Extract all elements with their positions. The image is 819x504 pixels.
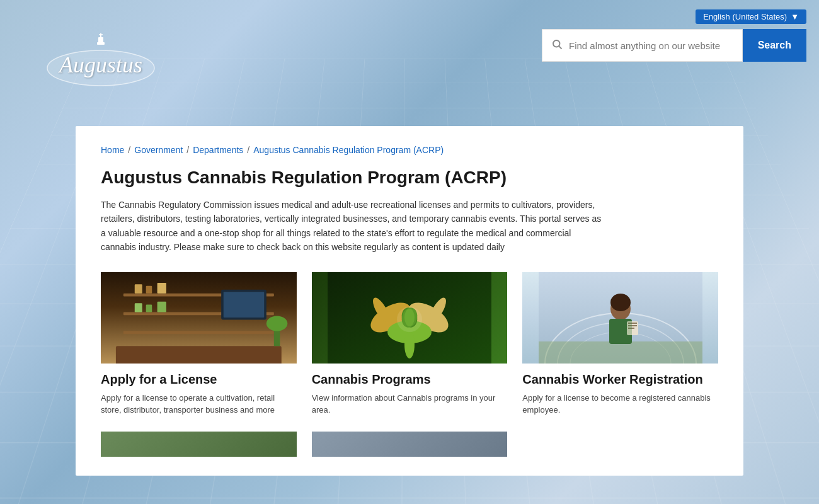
- svg-text:Augustus: Augustus: [58, 52, 142, 77]
- svg-rect-13: [146, 285, 152, 293]
- svg-rect-38: [539, 341, 702, 364]
- chevron-down-icon: ▼: [791, 12, 799, 21]
- card-worker-text: Apply for a license to become a register…: [522, 392, 718, 416]
- card-programs-text: View information about Cannabis programs…: [312, 392, 508, 416]
- card-license-title: Apply for a License: [101, 372, 297, 387]
- language-label: English (United States): [703, 12, 787, 21]
- svg-point-6: [553, 40, 560, 47]
- card-programs: Cannabis Programs View information about…: [312, 272, 508, 416]
- svg-line-7: [559, 46, 561, 49]
- cards-grid: Apply for a License Apply for a license …: [101, 272, 718, 416]
- svg-rect-1: [97, 42, 105, 45]
- breadcrumb: Home / Government / Departments / August…: [101, 145, 718, 155]
- search-bar: Search: [542, 29, 806, 62]
- header: Augustus English (United States) ▼ Searc…: [0, 0, 819, 126]
- search-button[interactable]: Search: [743, 29, 806, 62]
- svg-rect-16: [146, 304, 152, 312]
- svg-rect-46: [609, 319, 632, 344]
- breadcrumb-sep-3: /: [247, 145, 249, 155]
- breadcrumb-home[interactable]: Home: [101, 145, 124, 155]
- search-input-wrap: [542, 29, 743, 62]
- card-bottom-1-image: [101, 432, 297, 457]
- svg-point-29: [404, 331, 415, 358]
- breadcrumb-government[interactable]: Government: [134, 145, 183, 155]
- svg-rect-15: [135, 303, 142, 312]
- top-right-area: English (United States) ▼ Search: [542, 9, 806, 62]
- card-worker: Cannabis Worker Registration Apply for a…: [522, 272, 718, 416]
- search-icon: [551, 38, 563, 53]
- card-license-image: [101, 272, 297, 364]
- main-content-card: Home / Government / Departments / August…: [76, 126, 743, 476]
- card-license-text: Apply for a license to operate a cultiva…: [101, 392, 297, 416]
- svg-rect-14: [158, 283, 166, 294]
- breadcrumb-departments[interactable]: Departments: [193, 145, 243, 155]
- logo-area: Augustus: [38, 25, 164, 88]
- page-title: Augustus Cannabis Regulation Program (AC…: [101, 168, 718, 188]
- svg-rect-18: [116, 346, 282, 364]
- card-license: Apply for a License Apply for a license …: [101, 272, 297, 416]
- page-description: The Cannabis Regulatory Commission issue…: [101, 198, 605, 255]
- card-bottom-3: [522, 432, 718, 457]
- breadcrumb-current: Augustus Cannabis Regulation Program (AC…: [253, 145, 444, 155]
- svg-rect-20: [224, 292, 265, 318]
- cards-bottom-grid: [101, 432, 718, 457]
- breadcrumb-sep-2: /: [186, 145, 189, 155]
- card-programs-title: Cannabis Programs: [312, 372, 508, 387]
- card-bottom-2-image: [312, 432, 508, 457]
- svg-rect-17: [158, 301, 166, 312]
- svg-point-33: [404, 309, 415, 326]
- svg-point-22: [266, 316, 287, 331]
- card-worker-title: Cannabis Worker Registration: [522, 372, 718, 387]
- svg-rect-12: [135, 284, 142, 293]
- card-programs-image: [312, 272, 508, 364]
- search-input[interactable]: [569, 40, 733, 51]
- breadcrumb-sep-1: /: [128, 145, 130, 155]
- svg-point-40: [610, 294, 631, 311]
- language-selector[interactable]: English (United States) ▼: [696, 9, 806, 24]
- card-bottom-2: [312, 432, 508, 457]
- card-worker-image: [522, 272, 718, 364]
- svg-rect-11: [123, 331, 274, 334]
- logo-svg: Augustus: [38, 25, 164, 88]
- card-bottom-1: [101, 432, 297, 457]
